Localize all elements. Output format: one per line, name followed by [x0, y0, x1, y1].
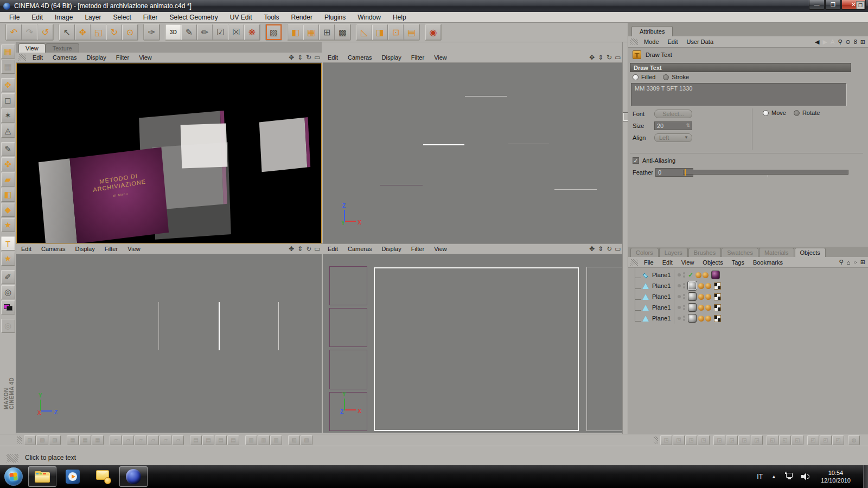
render-preview-icon[interactable]: ▨	[266, 24, 282, 40]
paint-enable-icon[interactable]: ☑	[213, 24, 228, 40]
perspective-grid-icon[interactable]: ◬	[1, 124, 15, 138]
align-command-icon[interactable]: ▥	[270, 435, 282, 445]
visibility-toggles[interactable]	[683, 315, 685, 322]
object-label[interactable]: Plane1	[652, 272, 671, 278]
object-row[interactable]: Plane1 ✓	[628, 269, 868, 280]
object-command-icon[interactable]: ◳	[685, 435, 697, 445]
object-row[interactable]: Plane1	[628, 302, 868, 313]
checker-view-icon[interactable]: ▩	[335, 24, 350, 40]
menu-item[interactable]: Layer	[80, 12, 106, 22]
layer-set-icon[interactable]: ▦	[303, 24, 319, 40]
timeline-tool-icon[interactable]: ▨	[24, 435, 36, 445]
maximize-view-icon[interactable]: ▭	[614, 54, 622, 61]
visibility-toggles[interactable]	[683, 272, 685, 278]
rotate-view-icon[interactable]: ↻	[605, 245, 614, 253]
layout-icon[interactable]: ▦	[1, 44, 15, 59]
viewport-menu-item[interactable]: Filter	[100, 245, 123, 253]
tag-command-icon[interactable]: ◲	[751, 435, 763, 445]
material-tag-icon[interactable]	[711, 271, 720, 279]
pan-view-icon[interactable]: ✥	[588, 54, 596, 61]
uv-command-icon[interactable]: ▱	[135, 435, 146, 445]
object-label[interactable]: Plane1	[652, 282, 671, 289]
render-globe-icon[interactable]: ◉	[425, 24, 441, 40]
menu-item[interactable]: Render	[286, 12, 317, 22]
pan-view-icon[interactable]: ✥	[287, 54, 296, 61]
align-command-icon[interactable]: ▥	[258, 435, 270, 445]
texture-tag-icon[interactable]	[705, 316, 711, 322]
grip-icon[interactable]	[17, 436, 22, 444]
view-command-icon[interactable]: ◰	[832, 435, 844, 445]
uv-tag-icon[interactable]	[714, 282, 721, 290]
object-label[interactable]: Plane1	[652, 293, 671, 300]
magic-wand-icon[interactable]: ✶	[1, 108, 15, 123]
home-icon[interactable]: ⌂	[846, 259, 850, 266]
visibility-toggles[interactable]	[683, 304, 685, 311]
eyedropper-icon[interactable]: ✐	[1, 270, 15, 284]
dolly-view-icon[interactable]: ⇕	[596, 245, 605, 253]
viewport-menu-item[interactable]: View	[134, 53, 157, 62]
menu-item[interactable]: UV Edit	[225, 12, 257, 22]
menu-item[interactable]: Plugins	[320, 12, 350, 22]
paint-wheel-icon[interactable]: ❋	[244, 24, 260, 40]
marquee-select-icon[interactable]: ◻	[1, 93, 15, 107]
align-dropdown[interactable]: Left▼	[654, 133, 692, 142]
taskbar-explorer-button[interactable]	[28, 466, 56, 487]
grip-icon[interactable]	[654, 436, 658, 444]
new-panel-icon[interactable]: ⊞	[860, 259, 865, 266]
viewport-menu-item[interactable]: Edit	[323, 53, 343, 62]
timeline-tool-icon[interactable]: ▨	[49, 435, 61, 445]
align-command-icon[interactable]: ▥	[245, 435, 257, 445]
viewport-perspective[interactable]: METODO DI ARCHIVIAZIONE di Manu	[16, 63, 322, 243]
viewport-menu-item[interactable]: View	[123, 245, 145, 253]
maximize-view-icon[interactable]: ▭	[313, 54, 322, 61]
uv-quad-icon[interactable]: ◨	[372, 24, 388, 40]
mirror-command-icon[interactable]: ▤	[202, 435, 214, 445]
viewport-menu-item[interactable]: Filter	[406, 53, 429, 62]
view-command-icon[interactable]: ◰	[807, 435, 819, 445]
taskbar-outlook-button[interactable]	[89, 466, 117, 487]
uv-tag-icon[interactable]	[714, 315, 721, 322]
uv-axis-icon[interactable]: ◺	[356, 24, 372, 40]
zoom-picker-icon[interactable]: ◎	[1, 285, 15, 299]
rotate-view-icon[interactable]: ↻	[304, 245, 313, 253]
menu-item[interactable]: Select Geometry	[164, 12, 222, 22]
uv-command-icon[interactable]: ▱	[147, 435, 159, 445]
select-tool-icon[interactable]: ↖	[59, 24, 75, 40]
object-row[interactable]: Plane1	[628, 313, 868, 324]
uv-command-icon[interactable]: ▱	[159, 435, 171, 445]
uv-command-icon[interactable]: ▱	[110, 435, 122, 445]
stroke-radio[interactable]	[663, 74, 669, 80]
manager-tab[interactable]: Objects	[795, 248, 826, 257]
paint-objects-icon[interactable]: ✏	[197, 24, 213, 40]
objects-menu-item[interactable]: Bookmarks	[749, 258, 787, 267]
lock-axis-icon[interactable]: ⊙	[122, 24, 138, 40]
menu-item[interactable]: Edit	[27, 12, 48, 22]
manager-tab[interactable]: Colors	[630, 248, 659, 257]
attributes-menu-item[interactable]: User Data	[682, 37, 718, 46]
viewport-menu-item[interactable]: Cameras	[343, 245, 377, 253]
network-icon[interactable]	[785, 473, 794, 480]
taskbar-mediaplayer-button[interactable]	[59, 466, 87, 487]
viewport-menu-item[interactable]: Filter	[111, 53, 134, 62]
grid-tool-icon[interactable]: ▦	[79, 435, 91, 445]
attributes-menu-item[interactable]: Edit	[663, 37, 682, 46]
menu-item[interactable]: Tools	[259, 12, 284, 22]
scene-plane[interactable]	[259, 118, 307, 172]
menu-item[interactable]: File	[4, 12, 24, 22]
view-command-icon[interactable]: ◰	[820, 435, 832, 445]
grip-icon[interactable]	[630, 259, 638, 266]
misc-command-icon[interactable]: ◍	[848, 435, 860, 445]
object-command-icon[interactable]: ◳	[698, 435, 710, 445]
tab-view[interactable]: View	[18, 43, 46, 53]
section-header[interactable]: Draw Text	[630, 63, 851, 72]
material-tag-icon[interactable]	[688, 303, 697, 312]
viewport-menu-item[interactable]: Cameras	[343, 53, 377, 62]
grid-tool-icon[interactable]: ▦	[92, 435, 104, 445]
texture-tag-icon[interactable]	[698, 283, 704, 289]
eraser-tool-icon[interactable]: ▰	[1, 172, 15, 187]
paintbrush-icon[interactable]: ✎	[1, 142, 15, 156]
visibility-toggles[interactable]	[683, 282, 685, 289]
manager-tab[interactable]: Brushes	[688, 248, 721, 257]
texture-tag-icon[interactable]	[698, 294, 704, 300]
grip-icon[interactable]	[630, 38, 638, 45]
